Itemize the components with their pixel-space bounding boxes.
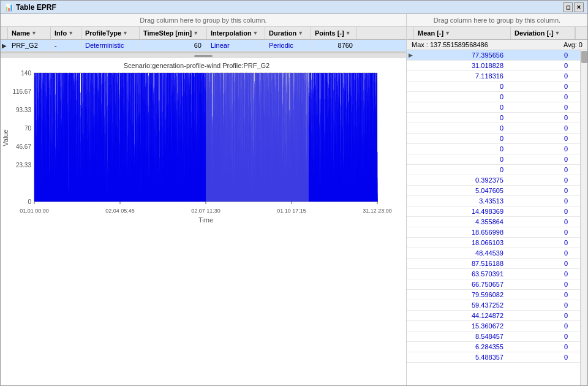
sort-icon-points: ▼ (345, 30, 351, 36)
right-body[interactable]: ▶ 77.395656 0 31.018828 0 7.118316 0 0 0… (407, 50, 580, 385)
left-panel: Drag column here to group by this column… (1, 14, 407, 385)
right-panel: Drag column here to group by this column… (407, 14, 587, 385)
right-td-deviation: 0 (507, 342, 571, 352)
right-row-indicator (407, 227, 414, 237)
td-interpolation: Linear (207, 40, 265, 51)
right-row-indicator (407, 342, 414, 352)
right-table-row[interactable]: 3.43513 0 (407, 196, 580, 206)
splitter[interactable] (1, 53, 406, 58)
max-row: Max : 137.551589568486 Avg: 0 (407, 40, 587, 50)
close-button[interactable]: ✕ (574, 2, 584, 12)
avg-label: Avg: 0 (564, 41, 582, 48)
right-table-row[interactable]: 14.498369 0 (407, 206, 580, 217)
right-td-deviation: 0 (507, 331, 571, 341)
th-points[interactable]: Points [-] ▼ (311, 27, 357, 39)
row-indicator: ▶ (1, 40, 8, 51)
right-table-row[interactable]: 31.018828 0 (407, 61, 580, 71)
right-td-deviation: 0 (507, 269, 571, 279)
svg-text:70: 70 (24, 125, 32, 132)
sort-icon-duration: ▼ (298, 30, 303, 36)
chart-container: Scenario:generation-profile-wind Profile… (1, 58, 406, 385)
right-table-row[interactable]: 5.047605 0 (407, 186, 580, 196)
right-table-row[interactable]: 0 0 (407, 134, 580, 144)
right-table-row[interactable]: 66.750657 0 (407, 279, 580, 290)
right-table-row[interactable]: 0.392375 0 (407, 175, 580, 186)
right-table-row[interactable]: 7.118316 0 (407, 71, 580, 81)
right-td-deviation: 0 (507, 248, 571, 258)
svg-text:23.33: 23.33 (16, 162, 31, 168)
right-table-row[interactable]: 8.548457 0 (407, 331, 580, 342)
right-td-mean: 4.355864 (414, 217, 507, 227)
right-table-row[interactable]: 18.066103 0 (407, 238, 580, 248)
right-table-row[interactable]: 0 0 (407, 154, 580, 165)
th-info[interactable]: Info ▼ (51, 27, 81, 39)
right-table-row[interactable]: 48.44539 0 (407, 248, 580, 259)
th-profiletype[interactable]: ProfileType ▼ (81, 27, 140, 39)
th-timestep[interactable]: TimeStep [min] ▼ (140, 27, 207, 39)
right-table-row[interactable]: 0 0 (407, 102, 580, 113)
sort-icon-profiletype: ▼ (123, 30, 128, 36)
right-table-row[interactable]: 6.284355 0 (407, 342, 580, 352)
th-name[interactable]: Name ▼ (8, 27, 51, 39)
svg-text:93.33: 93.33 (16, 107, 31, 113)
right-table-row[interactable]: ▶ 77.395656 0 (407, 50, 580, 61)
right-td-deviation: 0 (507, 311, 571, 320)
right-table-row[interactable]: 0 0 (407, 165, 580, 175)
title-bar-controls: ◻ ✕ (563, 2, 584, 12)
right-table-row[interactable]: 0 0 (407, 113, 580, 123)
right-td-mean: 31.018828 (414, 61, 507, 70)
right-table-row[interactable]: 0 0 (407, 144, 580, 154)
right-td-mean: 63.570391 (414, 269, 507, 279)
right-table-row[interactable]: 5.488357 0 (407, 352, 580, 363)
sort-icon-mean: ▼ (445, 30, 450, 36)
right-td-deviation: 0 (507, 81, 571, 91)
td-profiletype: Deterministic (81, 40, 140, 51)
right-table-row[interactable]: 15.360672 0 (407, 321, 580, 331)
right-table-row[interactable]: 4.355864 0 (407, 217, 580, 227)
right-table-row[interactable]: 59.437252 0 (407, 300, 580, 311)
chart-title: Scenario:generation-profile-wind Profile… (124, 62, 270, 69)
right-table-row[interactable]: 44.124872 0 (407, 311, 580, 321)
right-td-mean: 0 (414, 92, 507, 102)
right-table-row[interactable]: 0 0 (407, 123, 580, 134)
svg-text:01.10 17:15: 01.10 17:15 (277, 208, 306, 214)
right-td-mean: 0 (414, 144, 507, 154)
th-mean[interactable]: Mean [-] ▼ (414, 27, 511, 39)
restore-button[interactable]: ◻ (563, 2, 573, 12)
sort-icon-deviation: ▼ (555, 30, 560, 36)
right-row-indicator (407, 300, 414, 310)
right-td-deviation: 0 (507, 92, 571, 102)
right-scrollbar[interactable] (580, 50, 587, 385)
right-td-mean: 6.284355 (414, 342, 507, 352)
right-row-indicator (407, 352, 414, 362)
right-table-row[interactable]: 18.656998 0 (407, 227, 580, 238)
right-table-row[interactable]: 87.516188 0 (407, 259, 580, 269)
th-interpolation[interactable]: Interpolation ▼ (207, 27, 265, 39)
th-duration[interactable]: Duration ▼ (265, 27, 311, 39)
right-row-indicator (407, 248, 414, 258)
right-td-deviation: 0 (507, 154, 571, 164)
right-row-indicator (407, 331, 414, 341)
th-deviation[interactable]: Deviation [-] ▼ (511, 27, 575, 39)
right-table-row[interactable]: 63.570391 0 (407, 269, 580, 279)
right-table-header: Mean [-] ▼ Deviation [-] ▼ (407, 27, 587, 40)
right-td-deviation: 0 (507, 144, 571, 154)
svg-rect-27 (203, 73, 313, 202)
right-table-row[interactable]: 79.596082 0 (407, 290, 580, 300)
right-td-deviation: 0 (507, 206, 571, 216)
td-duration: Periodic (265, 40, 311, 51)
right-table-row[interactable]: 0 0 (407, 92, 580, 102)
right-row-indicator (407, 269, 414, 279)
right-td-deviation: 0 (507, 175, 571, 185)
right-td-mean: 79.596082 (414, 290, 507, 300)
right-row-indicator (407, 61, 414, 70)
right-row-indicator (407, 311, 414, 320)
table-row[interactable]: ▶ PRF_G2 - Deterministic 60 Linear Perio… (1, 40, 406, 51)
sort-icon-name: ▼ (31, 30, 37, 36)
right-drag-header: Drag column here to group by this column… (407, 14, 587, 27)
right-td-deviation: 0 (507, 186, 571, 195)
svg-text:02.04 05:45: 02.04 05:45 (105, 208, 135, 214)
right-td-deviation: 0 (507, 290, 571, 300)
right-td-mean: 44.124872 (414, 311, 507, 320)
right-table-row[interactable]: 0 0 (407, 81, 580, 92)
